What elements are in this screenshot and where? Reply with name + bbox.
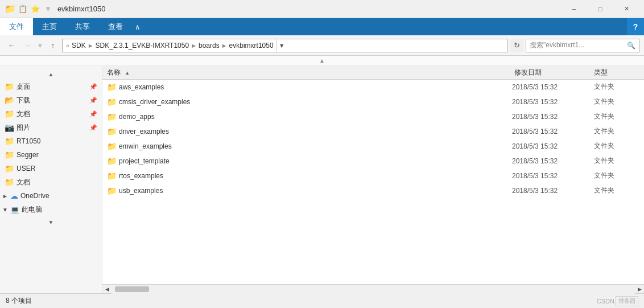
file-type: 文件夹 xyxy=(594,112,639,121)
close-button[interactable]: ✕ xyxy=(613,0,639,18)
file-name: demo_apps xyxy=(119,113,510,121)
sidebar-label-rt1050: RT1050 xyxy=(16,137,40,145)
file-folder-icon: 📁 xyxy=(107,142,117,151)
file-type: 文件夹 xyxy=(594,171,639,180)
sidebar-item-download[interactable]: 📂 下载 📌 xyxy=(0,93,102,107)
file-type: 文件夹 xyxy=(594,186,639,195)
file-date: 2018/5/3 15:32 xyxy=(512,83,592,91)
maximize-button[interactable]: □ xyxy=(587,0,613,18)
file-type: 文件夹 xyxy=(594,82,639,92)
table-row[interactable]: 📁 project_template 2018/5/3 15:32 文件夹 xyxy=(102,154,644,169)
back-button[interactable]: ← xyxy=(5,39,18,52)
sidebar-item-documents[interactable]: 📁 文档 📌 xyxy=(0,107,102,121)
ribbon-collapse-button[interactable]: ∧ xyxy=(132,18,143,35)
sidebar-onedrive[interactable]: ► ☁ OneDrive xyxy=(0,189,102,203)
scroll-left-button[interactable]: ◀ xyxy=(102,285,112,294)
folder-doc-icon: 📁 xyxy=(5,109,14,118)
title-icons: 📁 📋 ⭐ ▼ xyxy=(5,3,54,15)
sidebar-label-segger: Segger xyxy=(16,151,39,159)
file-folder-icon: 📁 xyxy=(107,112,117,121)
tab-file[interactable]: 文件 xyxy=(0,18,33,35)
file-list: 📁 aws_examples 2018/5/3 15:32 文件夹 📁 cmsi… xyxy=(102,80,644,284)
file-date: 2018/5/3 15:32 xyxy=(512,142,592,150)
scroll-right-button[interactable]: ▶ xyxy=(635,285,644,294)
file-type: 文件夹 xyxy=(594,141,639,151)
note-icon: 📋 xyxy=(17,3,28,15)
path-boards: boards xyxy=(199,42,220,50)
sidebar-label-download: 下载 xyxy=(16,96,30,105)
sidebar-item-desktop[interactable]: 📁 桌面 📌 xyxy=(0,80,102,93)
table-row[interactable]: 📁 emwin_examples 2018/5/3 15:32 文件夹 xyxy=(102,139,644,154)
sidebar-label-docs2: 文档 xyxy=(16,178,30,187)
sidebar-this-pc[interactable]: ▼ 💻 此电脑 xyxy=(0,203,102,216)
address-bar: ← → ▼ ↑ « SDK ► SDK_2.3.1_EVKB-IMXRT1050… xyxy=(0,35,644,56)
up-button[interactable]: ↑ xyxy=(46,39,60,52)
search-box[interactable]: 搜索"evkbimxrt1... 🔍 xyxy=(526,39,639,52)
folder-icon: 📁 xyxy=(5,3,16,15)
sidebar-scroll-up[interactable]: ▲ xyxy=(0,68,102,80)
pin-icon-desktop: 📌 xyxy=(89,83,97,91)
status-bar: 8 个项目 CSDN 博客园 xyxy=(0,293,644,308)
table-row[interactable]: 📁 demo_apps 2018/5/3 15:32 文件夹 xyxy=(102,109,644,124)
table-row[interactable]: 📁 aws_examples 2018/5/3 15:32 文件夹 xyxy=(102,80,644,95)
sidebar: ▲ 📁 桌面 📌 📂 下载 📌 📁 文档 📌 📷 图片 📌 📁 RT1050 � xyxy=(0,66,102,293)
file-name: aws_examples xyxy=(119,83,510,91)
refresh-button[interactable]: ↻ xyxy=(510,39,523,52)
file-name: rtos_examples xyxy=(119,172,510,180)
column-name[interactable]: 名称 ▲ xyxy=(107,68,514,77)
star-icon: ⭐ xyxy=(30,3,41,15)
folder-blue-icon: 📁 xyxy=(5,82,14,91)
pin-icon-download: 📌 xyxy=(89,97,97,104)
name-sort-icon: ▲ xyxy=(125,70,130,76)
sidebar-item-pictures[interactable]: 📷 图片 📌 xyxy=(0,121,102,134)
file-date: 2018/5/3 15:32 xyxy=(512,172,592,180)
minimize-button[interactable]: ─ xyxy=(561,0,587,18)
scroll-thumb[interactable] xyxy=(115,286,149,292)
title-bar: 📁 📋 ⭐ ▼ evkbimxrt1050 ─ □ ✕ xyxy=(0,0,644,18)
sidebar-item-user[interactable]: 📁 USER xyxy=(0,162,102,175)
tab-view[interactable]: 查看 xyxy=(99,18,132,35)
sidebar-label-pc: 此电脑 xyxy=(22,205,42,215)
file-name: cmsis_driver_examples xyxy=(119,98,510,106)
tab-home[interactable]: 主页 xyxy=(33,18,66,35)
search-icon[interactable]: 🔍 xyxy=(627,42,635,50)
path-sdk-version: SDK_2.3.1_EVKB-IMXRT1050 xyxy=(96,42,189,50)
file-date: 2018/5/3 15:32 xyxy=(512,157,592,165)
file-folder-icon: 📁 xyxy=(107,97,117,106)
watermark-box: 博客园 xyxy=(616,296,638,306)
sort-arrow-icon: ▲ xyxy=(319,58,325,64)
file-date: 2018/5/3 15:32 xyxy=(512,187,592,195)
forward-button[interactable]: → xyxy=(20,39,34,52)
sidebar-scroll-down[interactable]: ▼ xyxy=(0,216,102,228)
folder-download-icon: 📂 xyxy=(5,96,14,105)
sidebar-item-segger[interactable]: 📁 Segger xyxy=(0,148,102,162)
column-date[interactable]: 修改日期 xyxy=(514,68,594,77)
file-folder-icon: 📁 xyxy=(107,157,117,166)
path-dropdown-button[interactable]: ▼ xyxy=(276,39,287,52)
address-path[interactable]: « SDK ► SDK_2.3.1_EVKB-IMXRT1050 ► board… xyxy=(62,39,507,52)
file-folder-icon: 📁 xyxy=(107,186,117,195)
table-row[interactable]: 📁 cmsis_driver_examples 2018/5/3 15:32 文… xyxy=(102,95,644,109)
tab-share[interactable]: 共享 xyxy=(66,18,99,35)
scroll-track xyxy=(112,285,635,294)
file-list-header: 名称 ▲ 修改日期 类型 xyxy=(102,66,644,80)
help-button[interactable]: ? xyxy=(627,18,644,35)
table-row[interactable]: 📁 usb_examples 2018/5/3 15:32 文件夹 xyxy=(102,183,644,198)
sidebar-item-rt1050[interactable]: 📁 RT1050 xyxy=(0,134,102,148)
folder-rt1050-icon: 📁 xyxy=(5,137,14,146)
table-row[interactable]: 📁 rtos_examples 2018/5/3 15:32 文件夹 xyxy=(102,169,644,183)
onedrive-cloud-icon: ☁ xyxy=(10,191,18,200)
watermark: CSDN 博客园 xyxy=(597,296,638,306)
pin-icon-pictures: 📌 xyxy=(89,124,97,132)
sidebar-item-docs2[interactable]: 📁 文档 xyxy=(0,175,102,189)
file-name: emwin_examples xyxy=(119,142,510,150)
column-type[interactable]: 类型 xyxy=(594,68,639,77)
search-placeholder: 搜索"evkbimxrt1... xyxy=(530,40,627,50)
file-type: 文件夹 xyxy=(594,97,639,106)
window-title: evkbimxrt1050 xyxy=(57,5,561,13)
file-type: 文件夹 xyxy=(594,156,639,166)
file-name: project_template xyxy=(119,157,510,165)
file-type: 文件夹 xyxy=(594,126,639,136)
table-row[interactable]: 📁 driver_examples 2018/5/3 15:32 文件夹 xyxy=(102,124,644,139)
sidebar-label-onedrive: OneDrive xyxy=(20,192,49,200)
